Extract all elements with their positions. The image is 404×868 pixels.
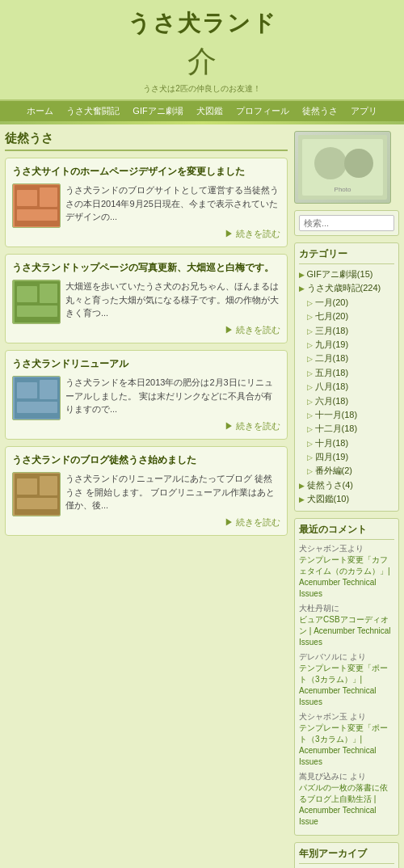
post-thumbnail — [12, 376, 61, 420]
post-text: うさ犬ランドを本日2013年の肥分は2月3日にリニューアルしました。 実は末だリ… — [65, 376, 280, 432]
read-more-link[interactable]: ▶ 続きを読む — [65, 419, 280, 433]
post-content: 大畑巡を歩いていたうさ犬のお兄ちゃん、ほんまるは丸々と育った大畑が気になる様子で… — [12, 280, 280, 336]
category-item[interactable]: GIFアニ劇場(15) — [299, 268, 394, 281]
category-item[interactable]: 十一月(18) — [299, 408, 394, 422]
comment-link[interactable]: パズルの一枚の落書に依るブログ上自動生活 | Acenumber Technic… — [299, 783, 388, 826]
category-item[interactable]: 二月(18) — [299, 352, 394, 365]
nav-item-gif[interactable]: GIFアニ劇場 — [126, 101, 189, 121]
nav-item-dogs[interactable]: 犬図鑑 — [190, 101, 229, 121]
category-item[interactable]: 番外編(2) — [299, 464, 394, 478]
site-subtitle: うさ犬は2匹の仲良しのお友達！ — [0, 83, 404, 95]
comment-link[interactable]: ビュアCSBアコーディオン | Acenumber Technical Issu… — [299, 615, 391, 647]
categories-container: GIFアニ劇場(15)うさ犬歳時記(224)一月(20)七月(20)三月(18)… — [299, 268, 394, 507]
svg-rect-12 — [17, 382, 37, 398]
post-text: うさ犬ランドのブログサイトとして運営する当徒然うさの本日2014年9月25日現在… — [65, 183, 280, 240]
category-item[interactable]: 一月(20) — [299, 296, 394, 310]
nav-item-profile[interactable]: プロフィール — [229, 101, 296, 121]
post-text: うさ犬ランドのリニューアルにあたってブログ 徒然うさ を開始します。 ブログリニ… — [65, 472, 280, 529]
nav-item-app[interactable]: アプリ — [344, 101, 384, 121]
post-thumbnail — [12, 280, 61, 324]
svg-rect-7 — [17, 286, 37, 302]
post-text: 大畑巡を歩いていたうさ犬のお兄ちゃん、ほんまるは丸々と育った大畑が気になる様子で… — [65, 280, 280, 336]
site-title: うさ犬ランド — [0, 8, 404, 39]
archives-section: 年別アーカイブ 2014年(1)2013年(3)2008年(1)2007年(2)… — [294, 842, 399, 868]
svg-text:Photo: Photo — [335, 186, 351, 193]
comment-author: 犬シャボン玉より — [299, 544, 364, 553]
category-item[interactable]: 九月(19) — [299, 338, 394, 352]
nav-item-usaken[interactable]: うさ犬奮闘記 — [60, 101, 126, 121]
page-title: 徒然うさ — [5, 131, 288, 151]
search-input[interactable] — [299, 215, 394, 231]
comment-author: 嵩見び込みに より — [299, 772, 366, 781]
svg-rect-13 — [40, 380, 57, 399]
post-thumbnail — [12, 183, 61, 228]
post-title: うさ犬サイトのホームページデザインを変更しました — [12, 165, 280, 179]
svg-rect-2 — [17, 190, 37, 206]
main-layout: 徒然うさ うさ犬サイトのホームページデザインを変更しました うさ犬ランドのブログ… — [0, 124, 404, 868]
post-title: うさ犬ランドトップページの写真更新、大畑巡と白梅です。 — [12, 261, 280, 275]
read-more-link[interactable]: ▶ 続きを読む — [65, 323, 280, 337]
post-item: うさ犬ランドのブログ徒然うさ始めました うさ犬ランドのリニューアルにあたってブロ… — [5, 446, 288, 536]
post-content: うさ犬ランドのブログサイトとして運営する当徒然うさの本日2014年9月25日現在… — [12, 183, 280, 240]
category-item[interactable]: 三月(18) — [299, 324, 394, 338]
comment-author: デレバソルに より — [299, 652, 366, 661]
post-title: うさ犬ランドのブログ徒然うさ始めました — [12, 453, 280, 467]
read-more-link[interactable]: ▶ 続きを読む — [65, 516, 280, 529]
content-area: 徒然うさ うさ犬サイトのホームページデザインを変更しました うさ犬ランドのブログ… — [5, 131, 288, 542]
svg-rect-9 — [17, 305, 57, 317]
post-item: うさ犬ランドトップページの写真更新、大畑巡と白梅です。 大畑巡を歩いていたうさ犬… — [5, 254, 288, 343]
post-item: うさ犬サイトのホームページデザインを変更しました うさ犬ランドのブログサイトとし… — [5, 158, 288, 247]
post-title: うさ犬ランドリニューアル — [12, 357, 280, 371]
category-item[interactable]: うさ犬歳時記(224) — [299, 281, 394, 295]
nav-bar: ホームうさ犬奮闘記GIFアニ劇場犬図鑑プロフィール徒然うさアプリ — [0, 101, 404, 121]
svg-rect-3 — [40, 188, 57, 207]
archives-title: 年別アーカイブ — [299, 847, 394, 864]
comment-entry: デレバソルに よりテンプレート変更「ポート（3カラム）」| Acenumber … — [299, 651, 394, 708]
comment-link[interactable]: テンプレート変更「カフェタイム（のカラム）」| Acenumber Techni… — [299, 555, 390, 598]
site-header: うさ犬ランド 介 うさ犬は2匹の仲良しのお友達！ — [0, 0, 404, 101]
posts-container: うさ犬サイトのホームページデザインを変更しました うさ犬ランドのブログサイトとし… — [5, 158, 288, 536]
read-more-link[interactable]: ▶ 続きを読む — [65, 227, 280, 241]
comment-author: 犬シャボン玉 より — [299, 712, 366, 721]
nav-item-tsurezure[interactable]: 徒然うさ — [296, 101, 344, 121]
category-item[interactable]: 七月(20) — [299, 310, 394, 323]
sidebar: Photo カテゴリー GIFアニ劇場(15)うさ犬歳時記(224)一月(20)… — [294, 131, 399, 868]
svg-point-22 — [314, 147, 347, 179]
categories-title: カテゴリー — [299, 247, 394, 264]
comment-author: 大杜丹胡に — [299, 604, 339, 613]
post-content: うさ犬ランドのリニューアルにあたってブログ 徒然うさ を開始します。 ブログリニ… — [12, 472, 280, 529]
comment-entry: 犬シャボン玉 よりテンプレート変更「ポート（3カラム）」| Acenumber … — [299, 711, 394, 768]
svg-rect-4 — [17, 209, 57, 221]
category-item[interactable]: 犬図鑑(10) — [299, 492, 394, 506]
category-item[interactable]: 徒然うさ(4) — [299, 478, 394, 492]
svg-rect-8 — [40, 284, 57, 303]
post-item: うさ犬ランドリニューアル うさ犬ランドを本日2013年の肥分は2月3日にリニュー… — [5, 350, 288, 440]
sidebar-image: Photo — [294, 131, 391, 204]
header-decoration-icon: 介 — [0, 42, 404, 82]
comment-entry: 嵩見び込みに よりパズルの一枚の落書に依るブログ上自動生活 | Acenumbe… — [299, 771, 394, 828]
svg-rect-19 — [17, 498, 57, 509]
comment-entry: 大杜丹胡にビュアCSBアコーディオン | Acenumber Technical… — [299, 603, 394, 648]
comment-link[interactable]: テンプレート変更「ポート（3カラム）」| Acenumber Technical… — [299, 664, 388, 706]
nav-item-home[interactable]: ホーム — [20, 101, 60, 121]
category-item[interactable]: 五月(18) — [299, 366, 394, 380]
category-item[interactable]: 八月(18) — [299, 380, 394, 394]
category-item[interactable]: 十二月(18) — [299, 422, 394, 436]
recent-comments-title: 最近のコメント — [299, 523, 394, 540]
category-item[interactable]: 十月(18) — [299, 436, 394, 450]
post-content: うさ犬ランドを本日2013年の肥分は2月3日にリニューアルしました。 実は末だリ… — [12, 376, 280, 432]
comment-link[interactable]: テンプレート変更「ポート（3カラム）」| Acenumber Technical… — [299, 723, 388, 766]
recent-comments-section: 最近のコメント 犬シャボン玉よりテンプレート変更「カフェタイム（のカラム）」| … — [294, 518, 399, 836]
svg-rect-14 — [17, 402, 57, 413]
search-box — [294, 210, 399, 236]
comment-entry: 犬シャボン玉よりテンプレート変更「カフェタイム（のカラム）」| Acenumbe… — [299, 543, 394, 600]
category-item[interactable]: 六月(18) — [299, 394, 394, 408]
svg-rect-17 — [17, 478, 37, 495]
category-item[interactable]: 四月(19) — [299, 450, 394, 464]
categories-section: カテゴリー GIFアニ劇場(15)うさ犬歳時記(224)一月(20)七月(20)… — [294, 242, 399, 512]
comments-container: 犬シャボン玉よりテンプレート変更「カフェタイム（のカラム）」| Acenumbe… — [299, 543, 394, 828]
svg-rect-18 — [40, 476, 57, 495]
svg-point-23 — [344, 149, 373, 178]
post-thumbnail — [12, 472, 61, 516]
